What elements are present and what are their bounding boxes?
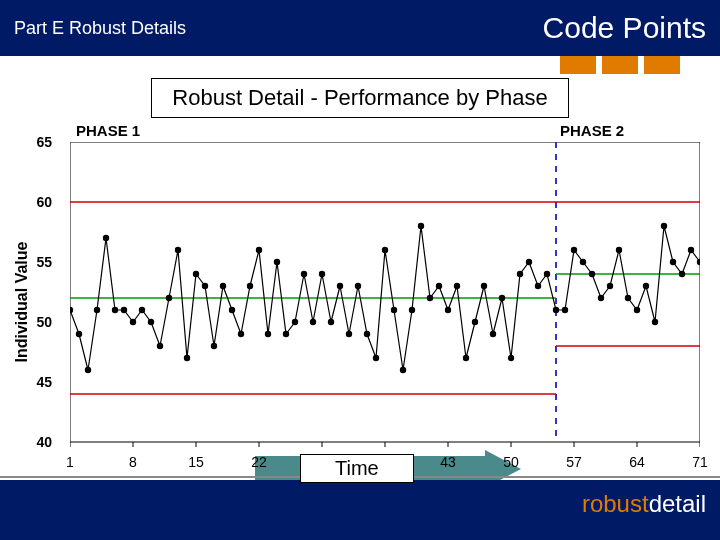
svg-point-78 [697,259,700,265]
svg-point-49 [436,283,442,289]
svg-point-21 [184,355,190,361]
svg-point-41 [364,331,370,337]
svg-point-15 [130,319,136,325]
svg-point-53 [472,319,478,325]
svg-point-51 [454,283,460,289]
svg-point-57 [508,355,514,361]
accent-strip [0,56,720,74]
svg-point-39 [346,331,352,337]
brand-right: detail [649,490,706,517]
svg-point-75 [670,259,676,265]
svg-point-18 [157,343,163,349]
svg-point-23 [202,283,208,289]
svg-point-8 [70,307,73,313]
svg-point-13 [112,307,118,313]
svg-point-47 [418,223,424,229]
header-right-title: Code Points [543,11,706,45]
header-left-title: Part E Robust Details [14,18,186,39]
svg-point-74 [661,223,667,229]
svg-point-68 [607,283,613,289]
x-tick: 71 [685,454,715,470]
svg-point-55 [490,331,496,337]
svg-point-34 [301,271,307,277]
svg-point-32 [283,331,289,337]
svg-point-24 [211,343,217,349]
svg-point-71 [634,307,640,313]
svg-point-25 [220,283,226,289]
svg-point-17 [148,319,154,325]
svg-point-59 [526,259,532,265]
svg-point-28 [247,283,253,289]
x-tick: 1 [55,454,85,470]
svg-point-38 [337,283,343,289]
svg-point-62 [553,307,559,313]
svg-point-19 [166,295,172,301]
y-tick: 55 [12,254,52,270]
svg-point-56 [499,295,505,301]
y-tick: 60 [12,194,52,210]
svg-point-46 [409,307,415,313]
svg-point-77 [688,247,694,253]
chart-area: PHASE 1 PHASE 2 Individual Value Time 65… [10,122,710,482]
brand-logo: robustdetail [582,490,706,518]
svg-point-20 [175,247,181,253]
x-tick: 15 [181,454,211,470]
svg-point-73 [652,319,658,325]
svg-point-26 [229,307,235,313]
phase-1-label: PHASE 1 [76,122,140,139]
svg-point-72 [643,283,649,289]
svg-point-43 [382,247,388,253]
svg-point-10 [85,367,91,373]
x-tick: 22 [244,454,274,470]
x-tick: 50 [496,454,526,470]
chart-title: Robust Detail - Performance by Phase [151,78,568,118]
y-tick: 50 [12,314,52,330]
svg-point-36 [319,271,325,277]
svg-point-60 [535,283,541,289]
svg-point-42 [373,355,379,361]
x-axis-label: Time [300,454,414,483]
svg-point-14 [121,307,127,313]
svg-point-61 [544,271,550,277]
svg-point-52 [463,355,469,361]
svg-point-70 [625,295,631,301]
svg-point-66 [589,271,595,277]
x-tick: 64 [622,454,652,470]
svg-point-67 [598,295,604,301]
x-tick: 8 [118,454,148,470]
svg-point-50 [445,307,451,313]
svg-point-54 [481,283,487,289]
svg-point-48 [427,295,433,301]
svg-point-27 [238,331,244,337]
control-chart [70,142,700,452]
brand-left: robust [582,490,649,517]
svg-point-58 [517,271,523,277]
svg-point-64 [571,247,577,253]
svg-point-22 [193,271,199,277]
x-tick: 43 [433,454,463,470]
svg-point-76 [679,271,685,277]
y-tick: 65 [12,134,52,150]
header-bar: Part E Robust Details Code Points [0,0,720,56]
svg-point-31 [274,259,280,265]
svg-point-12 [103,235,109,241]
svg-point-16 [139,307,145,313]
svg-point-40 [355,283,361,289]
svg-point-11 [94,307,100,313]
x-tick: 57 [559,454,589,470]
y-tick: 45 [12,374,52,390]
svg-point-37 [328,319,334,325]
svg-point-65 [580,259,586,265]
svg-point-44 [391,307,397,313]
svg-point-35 [310,319,316,325]
phase-2-label: PHASE 2 [560,122,624,139]
svg-point-63 [562,307,568,313]
svg-point-45 [400,367,406,373]
svg-point-29 [256,247,262,253]
svg-point-33 [292,319,298,325]
svg-point-9 [76,331,82,337]
svg-point-69 [616,247,622,253]
y-tick: 40 [12,434,52,450]
svg-point-30 [265,331,271,337]
